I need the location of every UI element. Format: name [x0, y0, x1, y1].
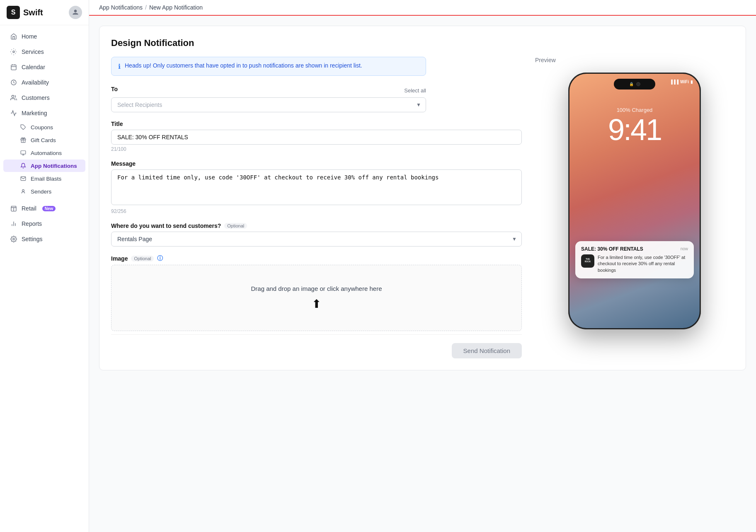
message-field-section: Message For a limited time only, use cod…	[111, 160, 522, 214]
sidebar: S Swift Home Services Calendar	[0, 0, 89, 532]
services-icon	[10, 48, 17, 56]
main-card: Design Notification ℹ Heads up! Only cus…	[99, 26, 746, 370]
main-nav: Home Services Calendar Availability Cust…	[0, 25, 89, 250]
notification-preview-card: SALE: 30% OFF RENTALS now THEROCK For a …	[575, 241, 694, 278]
title-label: Title	[111, 121, 522, 127]
title-char-count: 21/100	[111, 146, 522, 152]
preview-column: Preview 🔒	[535, 57, 734, 329]
sidebar-item-senders-label: Senders	[31, 189, 51, 195]
info-message: Heads up! Only customers that have opted…	[125, 62, 362, 69]
upload-text: Drag and drop an image or click anywhere…	[120, 285, 513, 292]
upload-icon: ⬆	[120, 297, 513, 311]
wifi-icon: WiFi	[680, 80, 689, 84]
notification-preview-time: now	[681, 247, 688, 251]
gift-icon	[20, 137, 27, 143]
destination-field-section: Where do you want to send customers? Opt…	[111, 222, 522, 247]
email-icon	[20, 175, 27, 182]
sender-icon	[20, 188, 27, 195]
sidebar-item-app-notifications-label: App Notifications	[31, 163, 77, 169]
calendar-icon	[10, 63, 17, 71]
sidebar-header: S Swift	[0, 0, 89, 25]
message-label: Message	[111, 160, 522, 167]
topbar: App Notifications / New App Notification	[89, 0, 756, 16]
svg-rect-1	[11, 65, 16, 70]
notification-body: THEROCK For a limited time only, use cod…	[581, 254, 688, 273]
to-field-section: To Select all Select Recipients ▼	[111, 86, 426, 112]
marketing-icon	[10, 109, 17, 117]
two-column-layout: ℹ Heads up! Only customers that have opt…	[111, 57, 734, 358]
sidebar-item-calendar-label: Calendar	[22, 64, 45, 70]
notification-icon	[20, 162, 27, 169]
send-notification-button[interactable]: Send Notification	[452, 343, 522, 358]
content-area: Design Notification ℹ Heads up! Only cus…	[89, 16, 756, 532]
sidebar-item-retail[interactable]: Retail New	[3, 201, 85, 216]
customers-icon	[10, 94, 17, 102]
sidebar-item-reports-label: Reports	[22, 220, 42, 227]
breadcrumb-current: New App Notification	[149, 4, 203, 11]
sidebar-item-availability-label: Availability	[22, 79, 49, 86]
settings-icon	[10, 235, 17, 243]
sidebar-item-calendar[interactable]: Calendar	[3, 60, 85, 75]
breadcrumb-parent[interactable]: App Notifications	[99, 4, 143, 11]
home-icon	[10, 33, 17, 40]
info-banner: ℹ Heads up! Only customers that have opt…	[111, 57, 426, 76]
sidebar-item-customers-label: Customers	[22, 94, 50, 101]
image-field-section: Image Optional ⓘ Drag and drop an image …	[111, 255, 522, 331]
time-display: 9:41	[569, 115, 700, 145]
main-area: App Notifications / New App Notification…	[89, 0, 756, 532]
recipients-select[interactable]: Select Recipients	[111, 97, 426, 112]
sidebar-item-automations-label: Automations	[31, 150, 62, 156]
sidebar-item-reports[interactable]: Reports	[3, 216, 85, 231]
destination-select-wrapper: Rentals Page Home Page Services Page Boo…	[111, 232, 522, 247]
select-all-link[interactable]: Select all	[404, 87, 426, 94]
sidebar-item-coupons-label: Coupons	[31, 124, 53, 131]
retail-new-badge: New	[42, 206, 56, 211]
breadcrumb-separator: /	[145, 4, 147, 11]
image-label: Image Optional ⓘ	[111, 255, 522, 262]
image-optional-badge: Optional	[131, 256, 154, 261]
sidebar-item-marketing-label: Marketing	[22, 110, 47, 116]
availability-icon	[10, 79, 17, 86]
app-name: Swift	[23, 8, 43, 17]
image-upload-area[interactable]: Drag and drop an image or click anywhere…	[111, 265, 522, 331]
sidebar-item-services[interactable]: Services	[3, 44, 85, 59]
destination-select[interactable]: Rentals Page Home Page Services Page Boo…	[111, 232, 522, 247]
reports-icon	[10, 220, 17, 227]
logo-area: S Swift	[7, 6, 43, 19]
phone-mockup: 🔒 ▐▐▐ WiFi ▮	[568, 73, 701, 329]
retail-icon	[10, 205, 17, 212]
user-avatar[interactable]	[69, 6, 82, 19]
sidebar-item-home-label: Home	[22, 33, 37, 40]
page-title: Design Notification	[111, 38, 734, 48]
phone-time-display: 100% Charged 9:41	[569, 107, 700, 145]
message-char-count: 92/256	[111, 208, 522, 214]
signal-icon: ▐▐▐	[670, 80, 678, 84]
phone-screen: 🔒 ▐▐▐ WiFi ▮	[569, 74, 700, 328]
sidebar-item-availability[interactable]: Availability	[3, 75, 85, 90]
sidebar-item-senders[interactable]: Senders	[3, 185, 85, 198]
sidebar-item-customers[interactable]: Customers	[3, 90, 85, 105]
notification-app-icon: THEROCK	[581, 254, 594, 268]
sidebar-item-marketing[interactable]: Marketing	[3, 106, 85, 121]
charged-text: 100% Charged	[569, 107, 700, 113]
sidebar-item-settings[interactable]: Settings	[3, 232, 85, 247]
svg-point-0	[13, 51, 15, 53]
svg-rect-10	[21, 151, 26, 154]
sidebar-item-app-notifications[interactable]: App Notifications	[3, 160, 85, 172]
sidebar-item-gift-cards-label: Gift Cards	[31, 137, 56, 143]
image-help-icon: ⓘ	[157, 255, 163, 262]
preview-label: Preview	[535, 57, 734, 63]
notification-header: SALE: 30% OFF RENTALS now	[581, 246, 688, 252]
title-input[interactable]	[111, 130, 522, 145]
sidebar-item-coupons[interactable]: Coupons	[3, 121, 85, 133]
sidebar-item-gift-cards[interactable]: Gift Cards	[3, 134, 85, 146]
status-icons: ▐▐▐ WiFi ▮	[670, 80, 693, 84]
sidebar-item-services-label: Services	[22, 48, 44, 55]
notification-preview-title: SALE: 30% OFF RENTALS	[581, 246, 643, 252]
sidebar-item-email-blasts[interactable]: Email Blasts	[3, 172, 85, 185]
message-textarea[interactable]: For a limited time only, use code '30OFF…	[111, 169, 522, 205]
svg-point-6	[12, 95, 14, 97]
sidebar-item-automations[interactable]: Automations	[3, 147, 85, 159]
notification-preview-message: For a limited time only, use code '30OFF…	[598, 254, 688, 273]
sidebar-item-home[interactable]: Home	[3, 29, 85, 44]
